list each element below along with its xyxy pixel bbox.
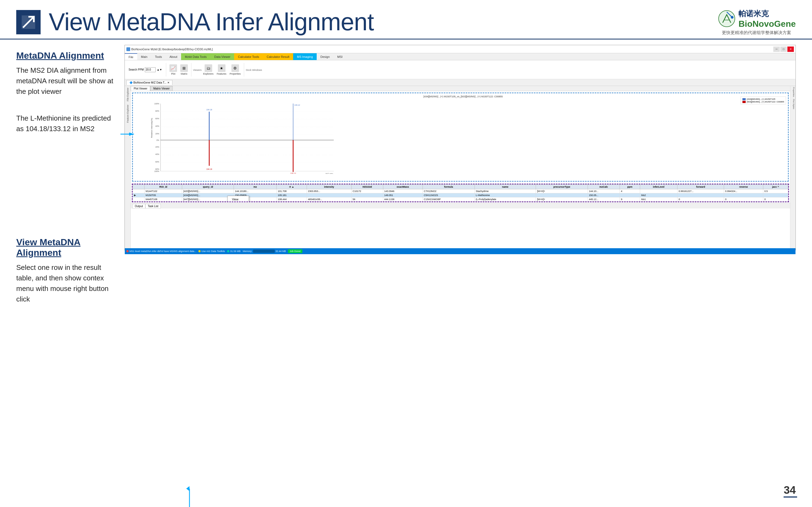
th-forward[interactable]: forward [677,185,724,189]
doc-close-btn[interactable]: ✕ [167,81,169,84]
table-row[interactable]: M144T102 [420][MS/MS]... 144.10180... 10… [133,189,788,193]
status-memory: Memory: 32.44 MB [243,249,286,253]
svg-point-4 [731,16,733,19]
logo-area: 帕诺米克 BioNovoGene 更快更精准的代谢组学整体解决方案 [717,9,796,36]
svg-text:M/Z ratio: M/Z ratio [325,173,333,174]
cell-infer-level: Ms1 [640,198,677,202]
cell-forward [677,193,724,198]
cell-formula: C7H13NO2 [422,189,474,193]
cell-query-id: [434][MS/MS]... [182,193,234,198]
cell-ppm: 9 [619,198,640,202]
tab-file[interactable]: File [125,53,137,60]
left-panel: MetaDNA Alignment The MS2 DIA alignment … [16,45,114,498]
cell-ppm: 4 [619,189,640,193]
th-name[interactable]: name [474,185,536,189]
ppm-spinner[interactable]: ▲▼ [157,68,162,71]
context-menu-view[interactable]: View [227,196,249,202]
app-window: BioNovoGene Mzkit [E:/biodeep/biodeepDB/… [124,45,796,250]
viewers-label: Viewers [193,69,202,71]
cell-rt: 108.444 [276,198,307,202]
tab-data-viewer[interactable]: Data Viewer [211,53,235,60]
th-mz-calc[interactable]: mzCalc [588,185,619,189]
doc-tab[interactable]: 🔷 BioNovoGene M/Z Data T... ✕ [126,80,172,85]
output-tab-task-list[interactable]: Task List [145,204,161,209]
th-kegg[interactable]: KEGGId [351,185,383,189]
section1-text: The MS2 DIA alignment from metaDNA resul… [16,65,114,97]
file-explorer-label: File Explorer [126,86,130,103]
cell-mz-calc: 150.05... [588,193,619,198]
tab-calc-tools[interactable]: Calculator Tools [234,53,263,60]
page-line [783,497,797,498]
cell-jacc: 0.5 [763,189,788,193]
explorers-icon: 🗂 [205,64,212,72]
cell-roi-id: M144T102 [144,189,182,193]
cell-ppm [619,193,640,198]
svg-text:80%: 80% [155,110,159,112]
chart-title: [434][MS/MS] , (+) M150T105_vs_[503][MS/… [142,95,785,98]
plot-viewer-tab[interactable]: Plot Viewer [131,86,150,91]
cell-mz-calc: 144.10... [588,189,619,193]
th-query-id[interactable]: query_id [182,185,234,189]
matrix-button[interactable]: ⊞ Matrix [179,64,190,76]
maximize-button[interactable]: □ [780,47,787,52]
doc-tab-bar: 🔷 BioNovoGene M/Z Data T... ✕ [125,79,796,86]
properties-button[interactable]: ⚙ Properties [228,64,242,76]
search-ppm-input[interactable] [145,67,156,72]
th-roi-id[interactable]: ROI_id [144,185,182,189]
minimize-button[interactable]: ─ [773,47,780,52]
cell-kegg: C10172 [351,189,383,193]
cell-infer-level [640,189,677,193]
th-formula[interactable]: formula [422,185,474,189]
explorers-button[interactable]: 🗂 Explorers [202,64,215,76]
work-area: File Explorer Feature Explorer Plot View… [125,86,796,248]
chart-svg: Relative Intensity(%) 100% 80% [150,101,793,174]
th-ppm[interactable]: ppm [619,185,640,189]
th-infer-level[interactable]: inferLevel [640,185,677,189]
cell-forward: 0.99161227... [677,189,724,193]
ribbon-content: Search PPM ▲▼ 📈 Plot ⊞ Matrix Viewers 🗂 [125,60,796,79]
tab-tools[interactable]: Tools [151,53,166,60]
legend-label-1: [434][MS/MS] , (+) M150T105 [747,98,775,100]
ribbon-tabs: File Main Tools About Mzkit Data Tools D… [125,53,796,60]
status-bar: MS1 level metaDNA infer did'nt have MS/M… [125,248,796,254]
cell-intensity: 2303.853... [307,189,351,193]
tab-ms-imaging[interactable]: MS Imaging [293,53,317,60]
cell-rt: 101.708 [276,189,307,193]
memory-progress [253,249,275,253]
section-view-alignment: View MetaDNA Alignment Select one row in… [16,237,114,304]
tab-about[interactable]: About [166,53,181,60]
svg-text:100%: 100% [154,103,159,105]
header: View MetaDNA Infer Alignment 帕诺米克 BioNov… [0,0,812,40]
th-intensity[interactable]: intensity [307,185,351,189]
output-tab-output[interactable]: Output [132,204,145,209]
tab-mzkit-data[interactable]: Mzkit Data Tools [181,53,211,60]
svg-text:20%: 20% [155,146,159,148]
th-rt[interactable]: rt ▲ [276,185,307,189]
tab-msi[interactable]: MSI [334,53,347,60]
tab-design[interactable]: Design [317,53,334,60]
plot-button[interactable]: 📈 Plot [168,64,179,76]
tab-calc-result[interactable]: Calculator Result [263,53,293,60]
close-button[interactable]: ✕ [788,47,794,52]
context-menu: View [227,196,249,202]
cell-jacc: 0 [763,198,788,202]
features-button[interactable]: ★ Features [215,64,228,76]
cell-reverse [724,193,763,198]
cell-reverse: 0 [724,198,763,202]
properties-icon: ⚙ [232,64,239,72]
th-exact-mass[interactable]: exactMass [383,185,422,189]
status-done: Job Done! [288,249,302,253]
svg-text:100%: 100% [154,170,159,172]
th-mz[interactable]: mz [234,185,276,189]
title-bar-left: BioNovoGene Mzkit [E:/biodeep/biodeepDB/… [126,47,773,51]
tab-main[interactable]: Main [137,53,151,60]
matrix-viewer-tab[interactable]: Matrix Viewer [150,86,172,91]
th-reverse[interactable]: reverse [724,185,763,189]
section2-text: The L-Methionine its predicted as 104.18… [16,113,114,134]
cell-intensity [307,193,351,198]
plot-tabs: Plot Viewer Matrix Viewer [131,86,790,91]
cell-exact-mass: 149.051 [383,193,422,198]
th-jacc[interactable]: jacc ^ [763,185,788,189]
th-precursor-type[interactable]: precursorType [536,185,588,189]
arrow-to-plot [119,129,135,140]
